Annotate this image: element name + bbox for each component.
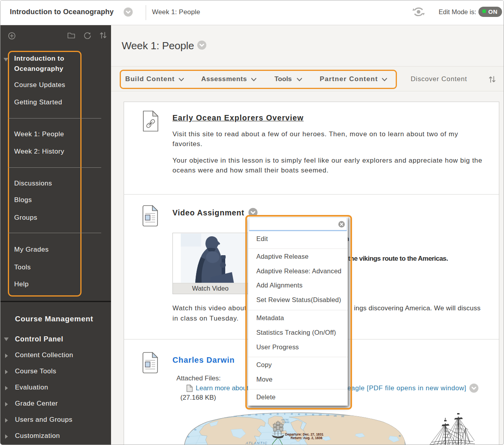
svg-text:60: 60 xyxy=(262,413,265,415)
svg-text:60: 60 xyxy=(305,413,307,415)
svg-text:120: 120 xyxy=(241,414,244,416)
svg-text:140: 140 xyxy=(334,415,337,417)
svg-text:ATLANTIC: ATLANTIC xyxy=(245,441,268,445)
svg-text:160: 160 xyxy=(341,415,344,417)
svg-text:80: 80 xyxy=(255,414,258,416)
svg-text:OCEAN: OCEAN xyxy=(282,421,289,423)
svg-text:60: 60 xyxy=(187,436,189,438)
svg-text:40: 40 xyxy=(298,413,300,415)
svg-text:40: 40 xyxy=(269,413,272,415)
svg-text:0: 0 xyxy=(284,413,285,415)
svg-text:Return: Aug. 2, 1836: Return: Aug. 2, 1836 xyxy=(291,436,322,440)
svg-text:20: 20 xyxy=(276,413,279,415)
svg-text:20: 20 xyxy=(291,413,293,415)
svg-text:100: 100 xyxy=(319,414,322,416)
svg-text:45: 45 xyxy=(398,435,401,437)
svg-text:120: 120 xyxy=(326,414,329,416)
svg-text:80: 80 xyxy=(194,429,196,431)
svg-text:80: 80 xyxy=(312,414,314,416)
svg-text:Watch Video: Watch Video xyxy=(192,285,229,292)
